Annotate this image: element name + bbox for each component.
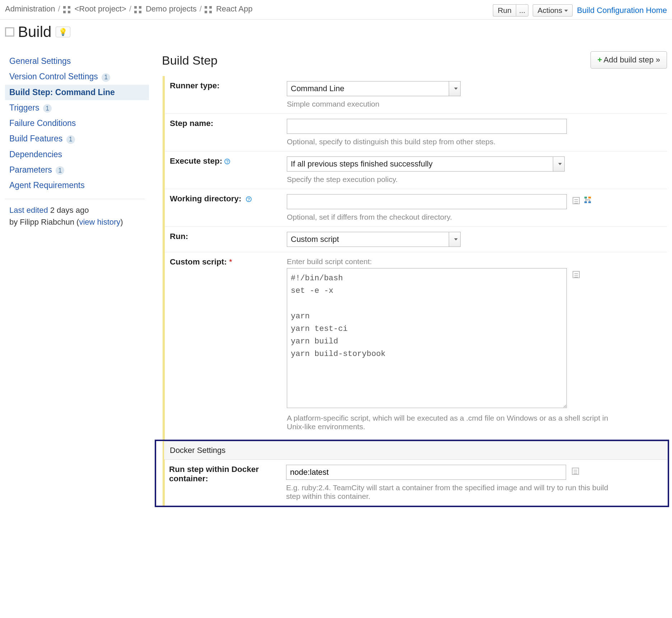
dropdown-icon bbox=[449, 81, 460, 96]
workdir-input[interactable] bbox=[287, 194, 567, 209]
info-icon[interactable]: ? bbox=[224, 159, 230, 164]
build-config-home-link[interactable]: Build Configuration Home bbox=[577, 6, 667, 15]
last-edited-link[interactable]: Last edited bbox=[9, 206, 48, 215]
header-actions: Run ... Actions Build Configuration Home bbox=[493, 4, 667, 17]
row-docker-container: Run step within Docker container: E.g. r… bbox=[164, 460, 668, 506]
page-title-text: Build bbox=[18, 23, 51, 41]
execute-step-select[interactable]: If all previous steps finished successfu… bbox=[287, 156, 565, 172]
list-icon[interactable] bbox=[573, 197, 580, 204]
build-config-icon bbox=[5, 27, 14, 37]
run-more-button[interactable]: ... bbox=[516, 4, 529, 17]
run-button-group: Run ... bbox=[493, 4, 528, 17]
step-name-input[interactable] bbox=[287, 119, 567, 134]
breadcrumb-app[interactable]: React App bbox=[216, 4, 253, 14]
label-runner-type: Runner type: bbox=[165, 81, 287, 108]
execute-step-value: If all previous steps finished successfu… bbox=[287, 157, 553, 171]
sidebar-item-failure[interactable]: Failure Conditions bbox=[5, 116, 149, 131]
project-icon bbox=[134, 6, 141, 13]
svg-rect-2 bbox=[584, 201, 587, 203]
runner-type-value: Command Line bbox=[287, 81, 449, 96]
runner-type-select[interactable]: Command Line bbox=[287, 81, 461, 96]
triggers-count-badge: 1 bbox=[43, 104, 52, 113]
row-custom-script: Custom script: * Enter build script cont… bbox=[165, 252, 667, 436]
label-workdir: Working directory: ? bbox=[165, 194, 287, 221]
breadcrumb-separator: / bbox=[129, 4, 131, 14]
sidebar-divider bbox=[5, 199, 145, 199]
dropdown-icon bbox=[553, 157, 564, 171]
breadcrumb-demo[interactable]: Demo projects bbox=[146, 4, 197, 14]
svg-rect-0 bbox=[584, 197, 587, 198]
list-icon[interactable] bbox=[572, 468, 579, 475]
list-icon[interactable] bbox=[573, 271, 580, 278]
label-run: Run: bbox=[165, 232, 287, 247]
breadcrumb-separator: / bbox=[200, 4, 202, 14]
last-edited-info: Last edited 2 days ago by Filipp Riabchu… bbox=[5, 204, 149, 228]
show-hint-button[interactable]: 💡 bbox=[56, 27, 70, 37]
features-count-badge: 1 bbox=[66, 135, 75, 144]
label-custom-script: Custom script: * bbox=[165, 257, 287, 431]
svg-rect-3 bbox=[588, 201, 591, 203]
breadcrumb-separator: / bbox=[58, 4, 60, 14]
header-bar: Administration / <Root project> / Demo p… bbox=[0, 0, 672, 20]
custom-script-textarea[interactable] bbox=[287, 268, 567, 408]
sidebar-item-deps[interactable]: Dependencies bbox=[5, 147, 149, 162]
page-title: Build bbox=[5, 23, 51, 41]
step-name-hint: Optional, specify to distinguish this bu… bbox=[287, 137, 663, 146]
row-workdir: Working directory: ? Optional, set if di… bbox=[165, 189, 667, 227]
sidebar-item-general[interactable]: General Settings bbox=[5, 53, 149, 69]
docker-hint: E.g. ruby:2.4. TeamCity will start a con… bbox=[286, 483, 616, 501]
title-row: Build 💡 bbox=[0, 20, 672, 46]
row-step-name: Step name: Optional, specify to distingu… bbox=[165, 114, 667, 151]
add-build-step-button[interactable]: +Add build step » bbox=[591, 51, 667, 69]
breadcrumb-admin[interactable]: Administration bbox=[5, 4, 55, 14]
info-icon[interactable]: ? bbox=[246, 196, 252, 202]
docker-settings-highlight: Docker Settings Run step within Docker c… bbox=[155, 440, 669, 507]
last-edited-time: 2 days ago bbox=[50, 206, 89, 215]
row-execute-step: Execute step:? If all previous steps fin… bbox=[165, 151, 667, 189]
docker-section-header: Docker Settings bbox=[164, 441, 668, 460]
label-step-name: Step name: bbox=[165, 119, 287, 146]
row-runner-type: Runner type: Command Line Simple command… bbox=[165, 76, 667, 114]
runner-type-hint: Simple command execution bbox=[287, 100, 663, 108]
sidebar-item-vcs[interactable]: Version Control Settings 1 bbox=[5, 69, 149, 85]
execute-step-hint: Specify the step execution policy. bbox=[287, 175, 663, 184]
run-value: Custom script bbox=[287, 232, 449, 247]
breadcrumb-root[interactable]: <Root project> bbox=[75, 4, 126, 14]
sidebar-item-triggers[interactable]: Triggers 1 bbox=[5, 100, 149, 116]
caret-down-icon bbox=[564, 10, 568, 12]
dropdown-icon bbox=[449, 232, 460, 247]
svg-rect-1 bbox=[588, 197, 591, 198]
plus-icon: + bbox=[597, 55, 602, 64]
sidebar: General Settings Version Control Setting… bbox=[0, 46, 149, 507]
tree-icon[interactable] bbox=[584, 196, 592, 204]
sidebar-item-params[interactable]: Parameters 1 bbox=[5, 162, 149, 178]
project-icon bbox=[205, 6, 212, 13]
vcs-count-badge: 1 bbox=[102, 73, 110, 82]
label-docker: Run step within Docker container: bbox=[164, 465, 286, 501]
script-hint: A platform-specific script, which will b… bbox=[287, 414, 621, 431]
run-button[interactable]: Run bbox=[493, 4, 516, 17]
label-execute-step: Execute step:? bbox=[165, 156, 287, 184]
sidebar-item-features[interactable]: Build Features 1 bbox=[5, 131, 149, 147]
script-prompt: Enter build script content: bbox=[287, 257, 663, 266]
project-icon bbox=[63, 6, 70, 13]
breadcrumb: Administration / <Root project> / Demo p… bbox=[5, 4, 252, 14]
sidebar-item-agents[interactable]: Agent Requirements bbox=[5, 178, 149, 193]
build-step-form: Runner type: Command Line Simple command… bbox=[163, 76, 667, 507]
row-run: Run: Custom script bbox=[165, 227, 667, 252]
actions-dropdown[interactable]: Actions bbox=[533, 4, 573, 17]
view-history-link[interactable]: view history bbox=[79, 217, 120, 226]
last-edited-by: by Filipp Riabchun ( bbox=[9, 217, 79, 226]
sidebar-item-build-step[interactable]: Build Step: Command Line bbox=[5, 85, 149, 100]
docker-container-input[interactable] bbox=[286, 465, 566, 480]
workdir-hint: Optional, set if differs from the checko… bbox=[287, 213, 663, 221]
params-count-badge: 1 bbox=[56, 166, 64, 175]
run-select[interactable]: Custom script bbox=[287, 232, 461, 247]
main-content: Build Step +Add build step » Runner type… bbox=[149, 46, 672, 507]
